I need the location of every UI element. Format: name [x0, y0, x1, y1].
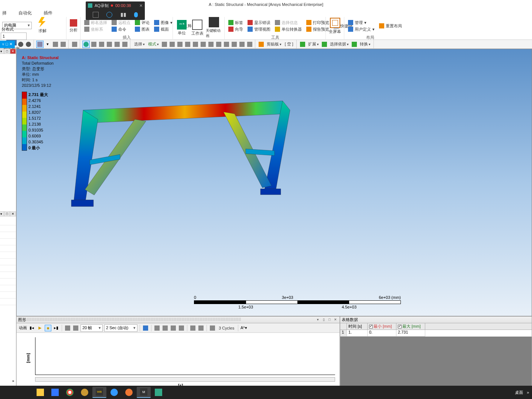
panel-max-icon[interactable]: □ [4, 49, 10, 54]
sel-vertex-button[interactable] [161, 41, 168, 48]
sel-d-button[interactable] [231, 41, 238, 48]
mode-dropdown[interactable]: 模式 [147, 41, 160, 47]
clipboard-dropdown[interactable]: 剪贴板 [265, 41, 283, 47]
analyze-button[interactable]: 分析 [69, 19, 78, 33]
anim-t4-button[interactable] [178, 325, 185, 331]
anim-last-button[interactable]: ▸▮ [53, 325, 59, 331]
chart-button[interactable]: 图表 [133, 26, 151, 33]
rotate-button[interactable] [82, 41, 90, 48]
recorder-screen-button[interactable] [93, 12, 99, 18]
units-button[interactable]: m ft单位 [175, 20, 189, 36]
section-button[interactable]: 截面 [153, 26, 174, 33]
taskbar-app2[interactable] [78, 387, 92, 398]
anim-first-button[interactable]: ▮◂ [28, 325, 35, 331]
menu-plugins[interactable]: 插件 [41, 10, 55, 16]
zoom-out-button[interactable] [106, 41, 113, 48]
recorder-pause-button[interactable]: ▮▮ [120, 12, 126, 18]
anim-export-button[interactable] [142, 325, 149, 331]
graph-panel-dd-icon[interactable]: ▾ [315, 317, 320, 323]
sel-face-button[interactable] [176, 41, 184, 48]
recorder-mic-button[interactable] [134, 12, 138, 17]
iso-view-button[interactable] [36, 41, 44, 48]
keyframe-anim-button[interactable]: 关键帧动画 [206, 17, 222, 38]
zoom-fit-button[interactable] [17, 41, 24, 48]
command-button[interactable]: 命令 [110, 26, 132, 33]
expand-arrow-icon[interactable]: ▸ [13, 379, 14, 383]
outline-collapsed-panel[interactable]: ▾□✕ ▸ ▾□✕ [0, 49, 16, 390]
taskbar-mechanical[interactable]: M [137, 387, 151, 398]
tag-button[interactable]: 标签 [227, 19, 245, 26]
extend-dropdown[interactable]: 扩展 [307, 41, 320, 47]
graph-panel-max-icon[interactable]: □ [327, 317, 332, 323]
select-by-icon[interactable] [321, 41, 328, 48]
anim-t3-button[interactable] [170, 325, 177, 331]
reset-layout-button[interactable]: 重置布局 [378, 23, 403, 29]
anim-t5-button[interactable] [190, 325, 196, 331]
taskbar-app3[interactable] [107, 387, 121, 398]
look-at-button[interactable] [121, 41, 129, 48]
taskbar-chevron-icon[interactable]: » [527, 390, 529, 395]
manage-views-button[interactable]: 管理视图 [246, 26, 272, 33]
sel-edge-button[interactable] [168, 41, 176, 48]
table-row[interactable]: 1 1. 0. 2.731 [340, 330, 532, 337]
extend-icon[interactable] [299, 41, 306, 48]
anim-t7-button[interactable] [209, 325, 216, 331]
worksheet-button[interactable]: 工作表 [190, 20, 205, 36]
sel-a-button[interactable] [207, 41, 215, 48]
cores-input[interactable]: 1 [1, 33, 27, 40]
image-button[interactable]: 图像▾ [153, 19, 174, 26]
refresh-button[interactable] [59, 41, 67, 48]
anim-t6-button[interactable] [198, 325, 204, 331]
user-defined-button[interactable]: 用户定义▾ [347, 26, 376, 33]
sel-elem-button[interactable] [200, 41, 207, 48]
comment-button[interactable]: 评论 [133, 19, 151, 26]
graph-panel-close-icon[interactable]: ✕ [333, 317, 338, 323]
wizard-button[interactable]: 向导 [227, 26, 245, 33]
graph-panel-pin-icon[interactable]: ▯ [321, 317, 326, 323]
menu-select-fragment[interactable]: 择 [0, 10, 9, 16]
panel2-pin-icon[interactable]: ▾ [0, 211, 4, 216]
menu-automation[interactable]: 自动化 [16, 10, 34, 16]
anim-stop-button[interactable]: ■ [45, 325, 51, 331]
convert-dropdown[interactable]: 转换 [358, 41, 372, 47]
sel-body-button[interactable] [184, 41, 191, 48]
wireframe-button[interactable] [52, 41, 59, 48]
taskbar-desktop-label[interactable]: 桌面 [515, 390, 523, 395]
col-time[interactable]: 时间 [s] [347, 323, 368, 330]
graph-plot-area[interactable]: [mm] [s] [17, 333, 340, 390]
clipboard-icon[interactable] [258, 41, 265, 48]
anim-mode2-button[interactable] [72, 325, 79, 331]
taskbar-workbench[interactable]: WB [92, 387, 106, 398]
anim-mode1-button[interactable] [64, 325, 71, 331]
convert-icon[interactable] [351, 41, 358, 48]
3d-viewport[interactable]: A: Static Structural Total Deformation 类… [16, 49, 532, 316]
anim-font-button[interactable]: Aᴬ▾ [241, 325, 247, 331]
sel-f-button[interactable] [246, 41, 253, 48]
panel-pin-icon[interactable]: ▾ [0, 49, 4, 54]
select-by-dropdown[interactable]: 选择依据 [328, 41, 350, 47]
zoom-button[interactable] [25, 41, 32, 48]
sel-c-button[interactable] [223, 41, 230, 48]
show-errors-button[interactable]: 显示错误 [246, 19, 272, 26]
manage-button[interactable]: 管理▾ [347, 19, 376, 26]
unit-converter-button[interactable]: 单位转换器 [273, 26, 303, 33]
sel-b-button[interactable] [215, 41, 222, 48]
filter-toggle[interactable]: ▿□ ✕ [0, 41, 15, 48]
pan-button[interactable] [90, 41, 98, 48]
frames-combo[interactable]: 20 帧▾ [81, 324, 103, 332]
copy-button[interactable] [71, 41, 78, 48]
panel2-close-icon[interactable]: ✕ [10, 211, 16, 216]
col-max[interactable]: 最大 [mm] [396, 323, 425, 330]
solve-button[interactable]: 求解 [33, 17, 52, 34]
recorder-close-button[interactable]: ✕ [139, 3, 143, 8]
anim-play-button[interactable]: ▶ [37, 325, 43, 331]
taskbar-chrome[interactable] [63, 387, 77, 398]
taskbar-app4[interactable] [122, 387, 136, 398]
col-min[interactable]: 最小 [mm] [368, 323, 396, 330]
recorder-record-button[interactable] [106, 12, 112, 18]
box-zoom-button[interactable] [113, 41, 121, 48]
graph-time-slider[interactable] [35, 377, 335, 382]
taskbar-recorder[interactable] [151, 387, 166, 398]
anim-t1-button[interactable] [154, 325, 160, 331]
taskbar-app1[interactable] [48, 387, 62, 398]
